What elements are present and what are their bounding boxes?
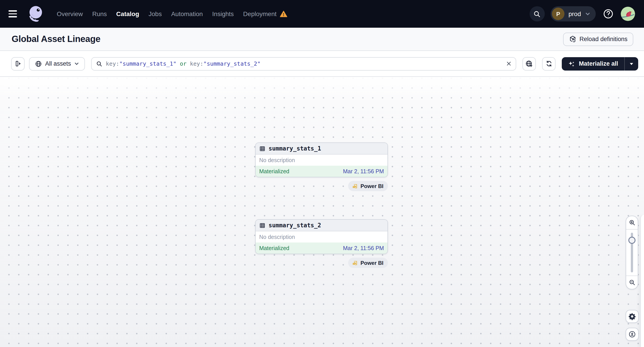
reload-definitions-label: Reload definitions — [580, 36, 628, 42]
environment-initial: P — [552, 7, 564, 20]
close-icon — [506, 61, 512, 66]
nav-item-automation[interactable]: Automation — [171, 10, 203, 17]
zoom-out-icon — [628, 279, 635, 286]
help-button[interactable] — [602, 7, 615, 20]
right-panel-edge — [640, 215, 644, 347]
environment-name: prod — [568, 10, 581, 17]
panel-expand-icon — [14, 60, 22, 67]
dagster-logo — [26, 4, 45, 23]
zoom-in-button[interactable] — [626, 216, 638, 230]
asset-name: summary_stats_1 — [268, 145, 321, 152]
warning-icon — [280, 10, 287, 18]
lineage-toolbar: All assets key:"summary_stats_1" or key:… — [0, 51, 644, 77]
materialization-timestamp[interactable]: Mar 2, 11:56 PM — [343, 245, 384, 251]
asset-node-header: summary_stats_2 — [256, 220, 388, 231]
status-badge: Materialized — [259, 168, 290, 174]
global-search-button[interactable] — [530, 6, 545, 21]
nav-links: Overview Runs Catalog Jobs Automation In… — [57, 10, 287, 18]
powerbi-tag-label: Power BI — [360, 183, 384, 189]
nav-item-catalog[interactable]: Catalog — [116, 10, 139, 17]
download-icon — [628, 331, 636, 338]
graph-settings-button[interactable] — [626, 310, 639, 323]
search-icon — [534, 10, 541, 18]
expand-left-panel-button[interactable] — [11, 57, 24, 70]
app-root: Overview Runs Catalog Jobs Automation In… — [0, 0, 644, 347]
nav-right-cluster: P prod — [530, 6, 635, 21]
nav-item-deployment[interactable]: Deployment — [243, 10, 276, 17]
lineage-canvas[interactable]: summary_stats_1 No description Materiali… — [0, 77, 644, 347]
reload-definitions-button[interactable]: Reload definitions — [563, 32, 633, 46]
refresh-icon — [545, 60, 552, 67]
asset-filter-dropdown[interactable]: All assets — [29, 57, 85, 70]
materialize-all-button[interactable]: Materialize all — [562, 57, 624, 70]
powerbi-tag[interactable]: Power BI — [348, 258, 388, 268]
zoom-in-icon — [628, 219, 635, 226]
zoom-out-button[interactable] — [626, 276, 638, 289]
materialize-all-split-button: Materialize all — [562, 57, 638, 70]
materialize-options-caret[interactable] — [625, 57, 638, 70]
asset-description: No description — [256, 231, 388, 243]
table-icon — [259, 145, 266, 152]
chevron-down-icon — [585, 11, 590, 16]
asset-filter-label: All assets — [45, 60, 71, 67]
nav-item-runs[interactable]: Runs — [92, 10, 107, 17]
search-icon — [96, 60, 102, 67]
user-avatar[interactable] — [621, 7, 635, 21]
globe-icon — [35, 60, 42, 67]
search-input[interactable]: key:"summary_stats_1" or key:"summary_st… — [91, 57, 516, 70]
asset-status-row: Materialized Mar 2, 11:56 PM — [256, 243, 388, 254]
cube-reload-icon — [569, 35, 576, 43]
hamburger-menu-button[interactable] — [8, 8, 20, 20]
globe-plus-icon — [525, 60, 533, 68]
chevron-down-icon — [74, 61, 79, 66]
powerbi-icon — [352, 260, 358, 266]
asset-name: summary_stats_2 — [268, 222, 321, 229]
powerbi-tag[interactable]: Power BI — [348, 181, 388, 191]
question-icon — [602, 8, 614, 20]
powerbi-icon — [352, 183, 358, 189]
nav-item-jobs[interactable]: Jobs — [148, 10, 162, 17]
top-nav-bar: Overview Runs Catalog Jobs Automation In… — [0, 0, 644, 28]
page-header: Global Asset Lineage Reload definitions — [0, 28, 644, 51]
page-title: Global Asset Lineage — [12, 34, 100, 44]
asset-description: No description — [256, 155, 388, 166]
materialization-timestamp[interactable]: Mar 2, 11:56 PM — [343, 168, 384, 174]
search-query-text: key:"summary_stats_1" or key:"summary_st… — [106, 60, 502, 67]
status-badge: Materialized — [259, 245, 290, 251]
download-image-button[interactable] — [626, 328, 639, 341]
sparkles-icon — [568, 60, 575, 67]
environment-switcher[interactable]: P prod — [550, 6, 596, 21]
clear-search-button[interactable] — [506, 61, 512, 66]
caret-down-icon — [629, 61, 634, 66]
asset-status-row: Materialized Mar 2, 11:56 PM — [256, 166, 388, 177]
nav-item-overview[interactable]: Overview — [57, 10, 83, 17]
asset-node-header: summary_stats_1 — [256, 143, 388, 155]
refresh-button[interactable] — [542, 57, 556, 70]
fetch-external-assets-button[interactable] — [522, 57, 536, 70]
zoom-slider-handle[interactable] — [628, 237, 636, 244]
zoom-slider[interactable] — [626, 230, 638, 276]
asset-node-summary-stats-1[interactable]: summary_stats_1 No description Materiali… — [255, 142, 388, 177]
table-icon — [259, 222, 266, 228]
nav-item-insights[interactable]: Insights — [212, 10, 234, 17]
asset-node-summary-stats-2[interactable]: summary_stats_2 No description Materiali… — [255, 219, 388, 254]
powerbi-tag-label: Power BI — [360, 260, 384, 266]
gear-icon — [628, 313, 636, 320]
materialize-all-label: Materialize all — [579, 60, 618, 67]
zoom-controls — [626, 216, 638, 289]
